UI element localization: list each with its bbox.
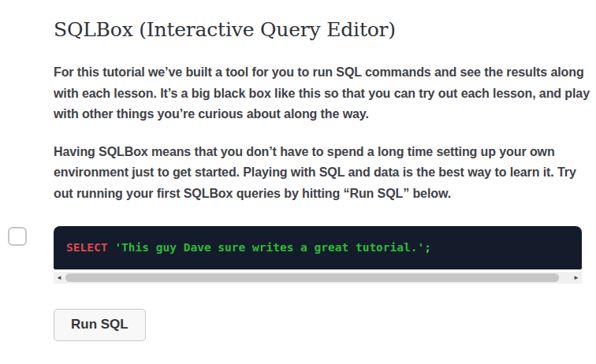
horizontal-scrollbar[interactable]: ◄ ►: [54, 272, 582, 284]
scroll-right-arrow-icon[interactable]: ►: [573, 272, 579, 284]
run-sql-button[interactable]: Run SQL: [54, 309, 146, 341]
intro-paragraph-1: For this tutorial we’ve built a tool for…: [54, 62, 591, 125]
sql-keyword-token: SELECT: [66, 241, 107, 254]
sql-code-line[interactable]: SELECT'This guy Dave sure writes a great…: [66, 241, 569, 254]
scrollbar-thumb[interactable]: [65, 273, 559, 282]
page-title: SQLBox (Interactive Query Editor): [54, 18, 591, 41]
scroll-left-arrow-icon[interactable]: ◄: [56, 272, 62, 284]
main-content: SQLBox (Interactive Query Editor) For th…: [54, 0, 591, 341]
sqlbox-section: SELECT'This guy Dave sure writes a great…: [54, 226, 591, 284]
sqlbox-checkbox[interactable]: [8, 227, 27, 246]
sql-code-editor-area[interactable]: SELECT'This guy Dave sure writes a great…: [54, 226, 582, 269]
sql-terminator-token: ;: [424, 241, 431, 254]
intro-paragraph-2: Having SQLBox means that you don’t have …: [54, 142, 591, 205]
sql-editor: SELECT'This guy Dave sure writes a great…: [54, 226, 582, 284]
sql-string-token: 'This guy Dave sure writes a great tutor…: [114, 241, 424, 254]
